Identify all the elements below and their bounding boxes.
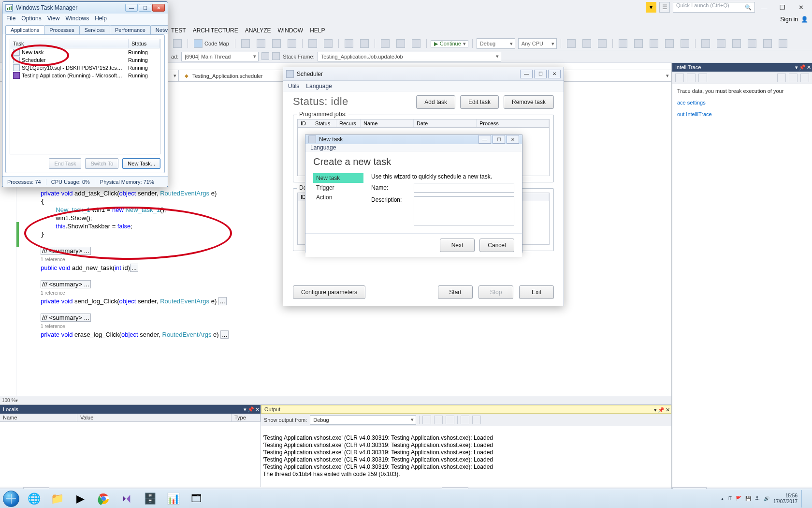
menu-architecture[interactable]: ARCHITECTURE [193,27,238,34]
col-process[interactable]: Process [477,120,549,127]
taskbar-app-icon[interactable]: 🗔 [185,489,208,508]
system-tray[interactable]: ▴ IT 🚩 💾 🖧 🔊 15:56 17/07/2017 [721,490,809,508]
taskbar-ie-icon[interactable]: 🌐 [22,489,45,508]
feedback-icon[interactable]: ☰ [659,2,670,13]
taskbar-chrome-icon[interactable] [92,489,115,508]
thread-combo[interactable]: [6904] Main Thread [181,52,259,61]
continue-button[interactable]: Continue [431,40,468,47]
locals-title[interactable]: Locals ▾📌✕ [0,405,261,414]
toolbar-icon-11[interactable] [730,38,743,49]
application-row[interactable]: Testing Application (Running) - Microsof… [10,72,160,79]
pause-icon[interactable] [379,38,392,49]
panel-close-icon[interactable]: ✕ [255,406,260,413]
configure-parameters-button[interactable]: Configure parameters [293,285,365,299]
new-task-menu[interactable]: Language [305,144,522,151]
output-goto-icon[interactable] [461,416,469,424]
window-close-button[interactable]: ✕ [152,4,165,12]
save-all-icon[interactable] [358,38,371,49]
locals-col-value[interactable]: Value [77,414,232,421]
user-avatar-icon[interactable]: 👤 [801,16,808,23]
toolbar-icon-8[interactable] [679,38,691,49]
it-icon-6[interactable] [800,74,809,82]
scheduler-menu-language[interactable]: Language [306,83,332,90]
it-icon-1[interactable] [675,74,684,82]
application-row[interactable]: New taskRunning [10,48,160,56]
remove-task-button[interactable]: Remove task [504,95,554,109]
stop-icon[interactable] [394,38,407,49]
toolbar-icon-5[interactable] [632,38,645,49]
window-maximize-button[interactable]: ☐ [534,70,547,78]
nav-back-icon[interactable] [171,38,184,49]
applications-list[interactable]: Task Status New taskRunningSchedulerRunn… [10,39,160,154]
window-minimize-button[interactable]: — [755,1,773,14]
output-list-icon[interactable] [472,416,481,424]
it-icon-2[interactable] [687,74,696,82]
panel-dropdown-icon[interactable]: ▾ [795,64,798,71]
panel-close-icon[interactable]: ✕ [807,64,811,71]
tray-network-icon[interactable]: 🖧 [755,496,760,501]
panel-pin-icon[interactable]: 📌 [799,64,806,71]
stackframe-combo[interactable]: Testing_Application.Job.updateJob [318,52,501,61]
tab-performance[interactable]: Performance [110,25,151,34]
panel-pin-icon[interactable]: 📌 [247,406,254,413]
tray-show-hidden-icon[interactable]: ▴ [721,496,724,501]
toolbar-icon-10[interactable] [715,38,727,49]
locals-col-name[interactable]: Name [0,414,77,421]
col-status[interactable]: Status [312,120,336,127]
quick-launch-input[interactable]: Quick Launch (Ctrl+Q) [673,2,755,13]
tm-menu-options[interactable]: Options [21,15,41,22]
show-next-statement-icon[interactable] [239,38,252,49]
tb2-list-icon[interactable] [272,52,280,61]
panel-dropdown-icon[interactable]: ▾ [654,407,657,413]
tb2-thread-icon[interactable] [261,52,269,61]
it-icon-4[interactable] [777,74,786,82]
panel-dropdown-icon[interactable]: ▾ [244,406,246,413]
new-task-button[interactable]: New Task... [122,158,160,169]
window-maximize-button[interactable]: ☐ [139,4,151,12]
tray-volume-icon[interactable]: 🔊 [764,496,769,501]
new-task-window[interactable]: New task — ☐ ✕ Language Create a new tas… [305,134,522,253]
col-id[interactable]: ID [298,120,312,127]
taskbar-ssms-icon[interactable]: 🗄️ [138,489,161,508]
col-date[interactable]: Date [414,120,477,127]
sign-in-link[interactable]: Sign in [780,16,798,23]
toolbar-icon-13[interactable] [761,38,774,49]
redo-icon[interactable] [322,38,334,49]
menu-analyze[interactable]: ANALYZE [245,27,271,34]
next-button[interactable]: Next [440,239,475,252]
add-task-button[interactable]: Add task [416,95,455,109]
zoom-indicator[interactable]: 100 % ▾ [0,396,671,404]
window-minimize-button[interactable]: — [478,135,491,144]
toolbar-icon-1[interactable] [565,38,578,49]
window-minimize-button[interactable]: — [520,70,533,78]
output-clear-icon[interactable] [422,416,431,424]
taskbar-explorer-icon[interactable]: 📁 [45,489,69,508]
toolbar-icon-3[interactable] [596,38,609,49]
step-out-icon[interactable] [286,38,298,49]
tab-networking[interactable]: Networking [150,25,168,34]
toolbar-icon-6[interactable] [648,38,660,49]
output-toggle-word-wrap-icon[interactable] [434,416,443,424]
description-input[interactable] [414,196,514,225]
exit-button[interactable]: Exit [519,285,554,299]
taskbar-taskmgr-icon[interactable]: 📊 [161,489,185,508]
step-new-task[interactable]: New task [313,173,363,183]
window-maximize-button[interactable]: ☐ [493,135,505,144]
tray-clock[interactable]: 15:56 17/07/2017 [773,493,798,505]
task-manager-menu[interactable]: File Options View Windows Help [2,14,168,23]
end-task-button[interactable]: End Task [49,158,81,169]
it-icon-3[interactable] [698,74,707,82]
toolbar-icon-2[interactable] [580,38,593,49]
start-button[interactable]: Start [438,285,473,299]
intellitrace-settings-link[interactable]: ace settings [677,100,807,105]
locals-col-type[interactable]: Type [232,414,261,421]
step-action[interactable]: Action [313,193,363,202]
tm-menu-file[interactable]: File [6,15,15,22]
panel-pin-icon[interactable]: 📌 [658,407,665,413]
tm-menu-view[interactable]: View [47,15,60,22]
application-row[interactable]: SchedulerRunning [10,56,160,64]
tab-processes[interactable]: Processes [44,25,79,34]
start-button[interactable] [0,489,22,508]
new-task-menu-language[interactable]: Language [310,144,336,151]
taskbar-media-icon[interactable]: ▶ [69,489,92,508]
